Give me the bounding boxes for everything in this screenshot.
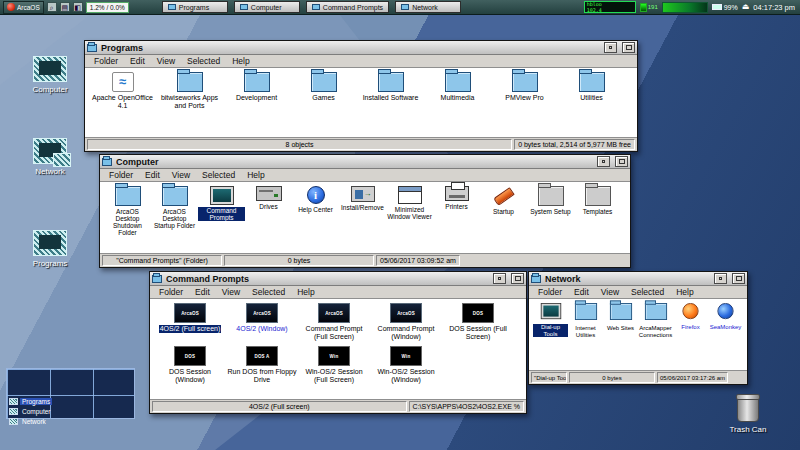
titlebar[interactable]: Computer [100,155,630,169]
menu-item[interactable]: Selected [625,287,670,297]
taskbar-window-button[interactable]: Command Prompts [306,1,389,13]
hide-button[interactable] [714,273,727,284]
object-label: SeaMonkey [709,324,743,331]
minimized-window-chip[interactable]: Programs [9,397,53,406]
eject-button[interactable]: ⏏ [742,2,750,12]
program-object[interactable]: DOS A Run DOS from Floppy Drive [226,346,298,383]
menu-item[interactable]: Selected [246,287,291,297]
folder-object[interactable]: ArcaOS Desktop Startup Folder [151,186,198,229]
terminal-icon: ArcaOS [390,303,422,323]
folder-object[interactable]: System Setup [527,186,574,215]
folder-object[interactable]: SeaMonkey [708,303,743,331]
terminal-icon: DOS [174,346,206,366]
folder-object[interactable]: Utilities [558,72,625,102]
folder-object[interactable]: bitwiseworks Apps and Ports [156,72,223,109]
minimized-window-chip[interactable]: Computer [9,407,53,416]
menu-item[interactable]: View [595,287,625,297]
maximize-button[interactable] [615,156,628,167]
menu-item[interactable]: Folder [153,287,189,297]
terminal-icon: ArcaOS [174,303,206,323]
folder-object[interactable]: ArcaMapper Connections [638,303,673,338]
folder-content[interactable]: ArcaOS Desktop Shutdown Folder ArcaOS De… [100,182,630,253]
folder-object[interactable]: PMView Pro [491,72,558,102]
folder-object[interactable]: Internet Utilities [568,303,603,338]
program-object[interactable]: Win Win-OS/2 Session (Window) [370,346,442,383]
menu-item[interactable]: Help [291,287,320,297]
folder-object[interactable]: Multimedia [424,72,491,102]
folder-object[interactable]: Startup [480,186,527,215]
folder-object[interactable]: Installed Software [357,72,424,102]
system-monitor-lcd: hbloo 102.4 [584,1,636,13]
maximize-button[interactable] [511,273,524,284]
hide-button[interactable] [493,273,506,284]
menu-item[interactable]: Selected [196,170,241,180]
menu-item[interactable]: Edit [189,287,216,297]
folder-object[interactable]: Development [223,72,290,102]
object-icon [162,186,188,206]
program-object[interactable]: DOS DOS Session (Window) [154,346,226,383]
menu-item[interactable]: Help [241,170,270,180]
object-icon [717,303,733,319]
minimized-window-chip[interactable]: Network [9,417,53,426]
magnifier-icon[interactable]: ⌕ [47,2,57,12]
trash-can[interactable]: Trash Can [716,396,780,434]
titlebar[interactable]: Command Prompts [150,272,526,286]
menu-item[interactable]: Selected [181,56,226,66]
taskbar-window-button[interactable]: Network [395,1,461,13]
program-object[interactable]: DOS DOS Session (Full Screen) [442,303,514,340]
folder-object[interactable]: ArcaOS Desktop Shutdown Folder [104,186,151,237]
desktop-icon-programs[interactable]: Programs [18,230,82,268]
desktop-icon-computer[interactable]: Computer [18,56,82,94]
menu-item[interactable]: Folder [88,56,124,66]
titlebar[interactable]: Programs [85,41,637,55]
program-object[interactable]: ArcaOS Command Prompt (Full Screen) [298,303,370,340]
menu-item[interactable]: Edit [124,56,151,66]
object-icon [311,72,337,92]
object-label: PMView Pro [504,94,544,102]
folder-object[interactable]: Firefox [673,303,708,331]
menu-item[interactable]: Folder [532,287,568,297]
folder-object[interactable]: Minimized Window Viewer [386,186,433,220]
folder-object[interactable]: Dial-up Tools [533,303,568,337]
folder-object[interactable]: Help Center [292,186,339,213]
folder-object[interactable]: Templates [574,186,621,215]
folder-object[interactable]: Games [290,72,357,102]
maximize-button[interactable] [732,273,745,284]
status-field: C:\SYS\APPS\4OS2\4OS2.EXE % [409,401,524,412]
menu-item[interactable]: Help [226,56,255,66]
maximize-button[interactable] [622,42,635,53]
cards-icon[interactable]: ▤ [60,2,70,12]
menu-item[interactable]: Help [670,287,699,297]
program-object[interactable]: ArcaOS 4OS/2 (Full screen) [154,303,226,333]
menubar: FolderEditViewSelectedHelp [529,286,747,299]
program-object[interactable]: ArcaOS Command Prompt (Window) [370,303,442,340]
menu-item[interactable]: Edit [568,287,595,297]
program-object[interactable]: ArcaOS 4OS/2 (Window) [226,303,298,333]
hide-button[interactable] [604,42,617,53]
object-label: Utilities [579,94,604,102]
folder-content[interactable]: Apache OpenOffice 4.1 bitwiseworks Apps … [85,68,637,137]
desktop-icon-network[interactable]: Network [18,138,82,176]
taskbar-window-button[interactable]: Computer [234,1,300,13]
folder-object[interactable]: Web Sites [603,303,638,332]
display-icon[interactable]: ◧ [73,2,83,12]
folder-content[interactable]: Dial-up Tools Internet Utilities Web Sit… [529,299,747,370]
menu-item[interactable]: View [216,287,246,297]
folder-object[interactable]: Apache OpenOffice 4.1 [89,72,156,109]
program-object[interactable]: Win Win-OS/2 Session (Full Screen) [298,346,370,383]
folder-content[interactable]: ArcaOS 4OS/2 (Full screen) ArcaOS 4OS/2 … [150,299,526,399]
folder-object[interactable]: Command Prompts [198,186,245,221]
window-network: Network FolderEditViewSelectedHelp Dial-… [528,271,748,385]
folder-object[interactable]: Printers [433,186,480,210]
hide-button[interactable] [597,156,610,167]
taskbar-window-button[interactable]: Programs [162,1,228,13]
menu-item[interactable]: Edit [139,170,166,180]
object-label: Installed Software [362,94,420,102]
folder-object[interactable]: Drives [245,186,292,210]
menu-item[interactable]: View [151,56,181,66]
menu-item[interactable]: View [166,170,196,180]
titlebar[interactable]: Network [529,272,747,286]
menu-item[interactable]: Folder [103,170,139,180]
folder-object[interactable]: Install/Remove [339,186,386,211]
arcaos-start-button[interactable]: ArcaOS [3,1,44,14]
